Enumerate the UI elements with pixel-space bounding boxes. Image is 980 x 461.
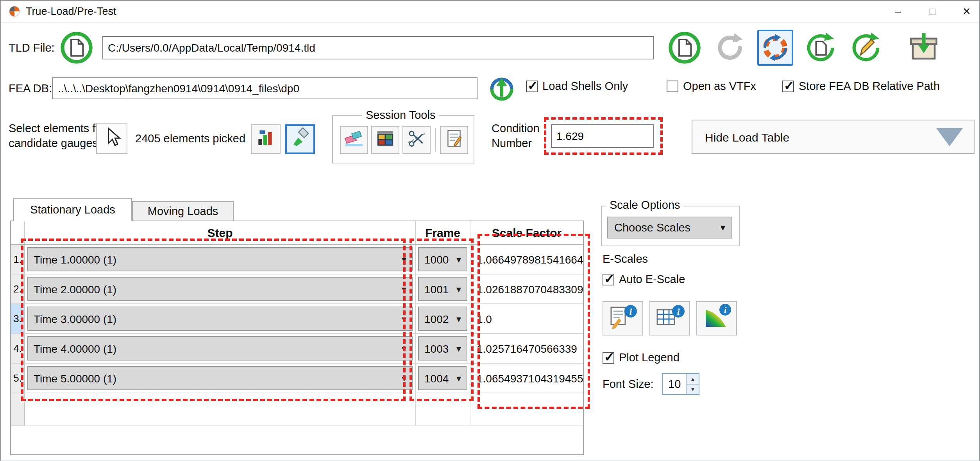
session-tools-legend: Session Tools [362, 109, 439, 121]
row-number[interactable]: 1. [11, 245, 25, 274]
scale-factor-value[interactable]: 1.0654937104319455 [470, 364, 583, 393]
pointer-select-button[interactable] [96, 123, 127, 154]
step-cell: Time 1.00000 (1) ▾ [25, 245, 416, 274]
frame-value: 1002 [424, 312, 449, 325]
element-pixels-icon [255, 127, 277, 152]
checkbox-label: Plot Legend [619, 351, 680, 364]
frame-value: 1003 [424, 342, 449, 355]
document-recycle-icon [804, 31, 837, 64]
tld-save-button[interactable] [667, 30, 703, 66]
condition-label-line2: Number [492, 136, 540, 151]
step-cell-empty [25, 393, 416, 426]
document-info-icon: i [607, 303, 638, 334]
frame-value: 1001 [424, 283, 449, 295]
chevron-down-icon: ▾ [402, 254, 406, 265]
chevron-down-icon: ▾ [456, 343, 461, 354]
tld-path-input[interactable] [102, 36, 654, 59]
tld-archive-button[interactable] [906, 30, 942, 66]
step-cell: Time 4.00000 (1) ▾ [25, 334, 416, 364]
store-fea-relative-path-checkbox[interactable]: Store FEA DB Relative Path [782, 80, 940, 92]
table-row: 5. Time 5.00000 (1) ▾ 1004 ▾ 1.065493710… [11, 364, 583, 393]
maximize-button[interactable]: □ [917, 1, 948, 22]
row-number[interactable]: 2. [11, 274, 25, 304]
step-dropdown[interactable]: Time 3.00000 (1) ▾ [27, 307, 413, 331]
hide-load-table-button[interactable]: Hide Load Table [692, 120, 975, 154]
scale-factor-value[interactable]: 1.025716470566339 [470, 334, 583, 364]
select-elements-label: Select elements for candidate gauges [9, 121, 106, 151]
spin-down-button[interactable]: ▼ [687, 384, 699, 394]
step-value: Time 1.00000 (1) [34, 253, 116, 265]
scale-factor-value[interactable]: 1.0 [470, 304, 583, 334]
condition-label-line1: Condition [492, 121, 540, 136]
session-movie-button[interactable] [371, 126, 399, 154]
step-dropdown[interactable]: Time 4.00000 (1) ▾ [27, 336, 413, 361]
contour-fan-info-icon: i [701, 303, 732, 334]
table-row: 1. Time 1.00000 (1) ▾ 1000 ▾ 1.066497898… [11, 245, 583, 274]
frame-dropdown[interactable]: 1002 ▾ [418, 307, 467, 331]
chevron-down-icon: ▾ [402, 313, 406, 324]
plot-legend-checkbox[interactable]: Plot Legend [603, 351, 680, 364]
table-info-button[interactable]: i [649, 301, 690, 335]
font-size-spinner[interactable]: 10 ▲ ▼ [662, 373, 699, 395]
corner-header [11, 221, 25, 244]
scale-options-legend: Scale Options [606, 199, 684, 211]
reload-lifebuoy-icon [760, 32, 791, 63]
table-row: 4. Time 4.00000 (1) ▾ 1003 ▾ 1.025716470… [11, 334, 583, 364]
minimize-button[interactable]: – [882, 1, 914, 22]
tld-edit-button[interactable] [848, 30, 884, 66]
chevron-down-icon: ▾ [721, 222, 725, 233]
tld-import-button[interactable] [803, 30, 839, 66]
checkbox-label: Store FEA DB Relative Path [799, 80, 940, 92]
highlight-elements-button[interactable] [285, 124, 315, 154]
row-number[interactable]: 3. [11, 304, 25, 334]
step-dropdown[interactable]: Time 2.00000 (1) ▾ [27, 277, 413, 301]
spin-up-button[interactable]: ▲ [687, 374, 699, 384]
table-header-row: Step Frame Scale Factor [11, 221, 583, 245]
frame-cell: 1000 ▾ [416, 245, 470, 274]
condition-number-input[interactable] [551, 124, 654, 148]
frame-dropdown[interactable]: 1000 ▾ [418, 247, 467, 271]
scissors-dashed-line-icon [406, 127, 427, 152]
open-tld-button[interactable] [59, 30, 95, 66]
checkbox-box-icon [603, 273, 614, 285]
tab-moving-loads[interactable]: Moving Loads [132, 201, 234, 221]
auto-e-scale-checkbox[interactable]: Auto E-Scale [603, 273, 685, 285]
session-split-button[interactable] [402, 126, 431, 154]
box-import-icon [907, 31, 940, 64]
row-number[interactable]: 5. [11, 364, 25, 393]
load-shells-only-checkbox[interactable]: Load Shells Only [526, 80, 628, 92]
pick-elements-button[interactable] [251, 124, 281, 154]
frame-cell: 1003 ▾ [416, 334, 470, 364]
open-as-vtfx-checkbox[interactable]: Open as VTFx [667, 80, 756, 92]
row-number[interactable]: 4. [11, 334, 25, 364]
chevron-down-icon: ▾ [456, 283, 461, 294]
frame-value: 1004 [424, 372, 449, 384]
table-info-icon: i [654, 303, 685, 334]
contour-info-button[interactable]: i [696, 301, 737, 335]
checkbox-label: Open as VTFx [683, 80, 756, 92]
session-erase-button[interactable] [340, 126, 368, 154]
frame-dropdown[interactable]: 1004 ▾ [418, 366, 467, 390]
session-notes-button[interactable] [440, 126, 468, 154]
step-dropdown[interactable]: Time 5.00000 (1) ▾ [27, 366, 413, 390]
chevron-down-icon: ▾ [402, 343, 406, 354]
row-number-empty [11, 393, 25, 426]
select-elements-label-line2: candidate gauges [9, 136, 106, 151]
frame-dropdown[interactable]: 1003 ▾ [418, 336, 467, 361]
choose-scales-dropdown[interactable]: Choose Scales ▾ [607, 217, 732, 239]
scale-factor-value[interactable]: 1.0261887070483309 [470, 274, 583, 304]
svg-text:i: i [724, 305, 727, 315]
step-dropdown[interactable]: Time 1.00000 (1) ▾ [27, 247, 413, 271]
font-size-value: 10 [663, 374, 686, 394]
scale-factor-value[interactable]: 1.0664978981541664 [470, 245, 583, 274]
close-button[interactable]: ✕ [951, 1, 980, 22]
chevron-down-icon: ▾ [402, 373, 406, 384]
tab-stationary-loads[interactable]: Stationary Loads [13, 198, 132, 221]
step-value: Time 4.00000 (1) [34, 342, 116, 355]
tld-refresh-button-disabled[interactable] [712, 30, 748, 66]
fea-path-input[interactable] [52, 77, 477, 99]
fea-load-button[interactable] [485, 73, 518, 106]
frame-dropdown[interactable]: 1001 ▾ [418, 277, 467, 301]
report-info-button[interactable]: i [603, 301, 643, 335]
tld-reload-button[interactable] [757, 30, 793, 66]
